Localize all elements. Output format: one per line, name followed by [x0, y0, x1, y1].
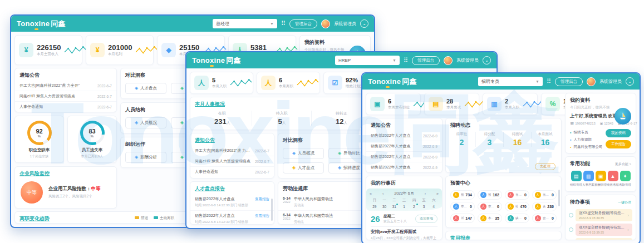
notice-item[interactable]: 同鑫eHR 聚焦人力资源管理痛点 2022-6-7 [190, 156, 274, 167]
notice-item[interactable]: 人事任命通知 2022-6-7 [190, 167, 274, 177]
todo-item[interactable]: 张XX提交财务报销|等待您处理紧急 2022-6-9 15:39:35 › [569, 224, 632, 236]
notice-title[interactable]: 通知公告 [190, 133, 274, 146]
calendar-day[interactable]: 30 [380, 205, 390, 209]
warning-chip[interactable]: 人 当月旷工人员 0 [505, 190, 529, 200]
notice-item[interactable]: 开工大吉|同鑫科技2022"虎 力全开" 2022-6-7 [15, 81, 116, 91]
calendar-day[interactable]: 31 [389, 205, 399, 209]
admin-console-button[interactable]: 管理后台 [289, 19, 317, 28]
warning-chip[interactable]: 人 当月上岗人数 0 [532, 190, 557, 200]
recruit-stage[interactable]: 本月面试16 [531, 132, 559, 147]
more-functions-link[interactable]: 更多功能 > [615, 162, 631, 167]
risk-title[interactable]: 企业风险监控 [15, 167, 116, 179]
quick-function-tile[interactable]: ▲ 绩效考核 [607, 171, 619, 187]
analysis-button[interactable]: ◈人才盘点 [283, 162, 324, 173]
calendar-day[interactable]: 2 [409, 205, 419, 209]
stat-card[interactable]: 人 5 本月入职 [190, 72, 253, 94]
talent-report-item[interactable]: 销售部2022年人才盘点查看报告 时间:2022-6-8 14:22:30 部门… [190, 194, 274, 211]
role-select[interactable]: 招聘专员▼ [478, 77, 543, 86]
talent-report-item[interactable]: 销售部2022年人才盘点查看报告 时间:2022-6-8 14:22:30 部门… [190, 211, 274, 225]
analysis-button[interactable]: ◈人才盘点 [125, 83, 166, 94]
law-item[interactable]: 6-142022 中华人民共和国劳动法劳动法 [278, 211, 367, 225]
recruit-stage[interactable]: 待分配3 [475, 132, 503, 147]
scrollbar[interactable] [271, 199, 273, 221]
collapse-chevron-icon[interactable]: ⌄ [483, 56, 491, 65]
stat-card[interactable]: ▤ 28 本月面试 [424, 93, 479, 115]
legend-item[interactable]: 主动离职 [154, 216, 174, 221]
calendar-day[interactable]: 3 [419, 205, 429, 209]
warning-chip[interactable]: 人 预计当月转正 734 [450, 190, 475, 200]
warning-chip[interactable]: 人 合同未办理人员 236 [532, 202, 557, 211]
warning-value: 0 [552, 193, 554, 197]
user-avatar[interactable] [321, 19, 330, 28]
notice-item[interactable]: 人事任命通知 2022-6-7 [15, 102, 116, 112]
warning-chip[interactable]: 人 本月生日人员 35 [478, 214, 502, 223]
notice-title: 通知公告 [15, 68, 116, 81]
my-profile-button[interactable]: 我的资料 [606, 129, 631, 137]
apps-grid-icon[interactable]: ⠿ [404, 57, 408, 63]
role-select[interactable]: 总经理▼ [213, 19, 277, 28]
warning-chip[interactable]: 人 预计当月离职 162 [478, 190, 502, 200]
talent-report-title[interactable]: 人才盘点报告 [190, 182, 274, 194]
analysis-button[interactable]: ◈人员概况 [283, 148, 324, 159]
collapse-chevron-icon[interactable]: ⌄ [360, 19, 368, 28]
view-report-link[interactable]: 查看报告 [255, 197, 269, 202]
handle-now-button[interactable]: 去处理 [535, 163, 556, 170]
stat-card[interactable]: ▥ 2 本月入职 [483, 93, 538, 115]
todo-checkbox[interactable] [569, 213, 573, 217]
warning-chip[interactable]: 人 社保未办理人员 470 [505, 202, 529, 211]
stat-card[interactable]: ¥ 226150 本月主营收入 [14, 35, 82, 65]
calendar-day[interactable]: 1 [399, 205, 409, 209]
quick-function-tile[interactable]: ▣ 薪酬管理 [594, 171, 607, 187]
legend-item[interactable]: 辞退 [135, 216, 148, 221]
notice-title: 通知公告 [366, 118, 442, 131]
reports-title[interactable]: 常用报表 [446, 231, 561, 240]
admin-console-button[interactable]: 管理后台 [555, 77, 583, 86]
apps-grid-icon[interactable]: ⠿ [281, 21, 286, 27]
calendar-next-year-icon[interactable]: » [436, 192, 439, 196]
warning-chip[interactable]: 人 本月入职人员 0 [450, 202, 475, 211]
calendar-prev-year-icon[interactable]: « [370, 192, 372, 196]
notice-item[interactable]: 销售部2022年人才盘点 2022-6-9 [366, 162, 442, 172]
notice-item[interactable]: 销售部2022年人才盘点 2022-6-9 [366, 141, 442, 152]
calendar-prev-month-icon[interactable]: ‹ [382, 192, 384, 196]
quick-function-tile[interactable]: ✦ 考勤管理 [619, 171, 631, 187]
notice-item[interactable]: 开工大吉|同鑫科技2022"虎 力全开" 2022-6-7 [190, 146, 274, 156]
add-event-button[interactable]: 添加事项 [415, 215, 437, 223]
user-avatar[interactable] [444, 56, 453, 65]
analysis-button[interactable]: ◈薪酬分析 [125, 152, 166, 163]
calendar-event-title[interactable]: 安排java开发工程师面试 [371, 226, 437, 235]
warning-chip[interactable]: 人 试用期将转正 147 [450, 214, 475, 223]
scrollbar[interactable] [558, 190, 560, 206]
profile-avatar[interactable] [614, 108, 631, 125]
admin-console-button[interactable]: 管理后台 [412, 56, 440, 65]
handle-all-link[interactable]: 一键办理 [618, 200, 631, 205]
quick-function-tile[interactable]: ▤ 组织管理 [570, 171, 582, 187]
collapse-chevron-icon[interactable]: ⌄ [626, 77, 634, 86]
warning-chip[interactable]: 人 缺少工资标准人员 0 [505, 214, 529, 223]
work-report-button[interactable]: 工作报告 [606, 140, 631, 148]
role-select[interactable]: HRBP▼ [335, 56, 400, 65]
todo-checkbox[interactable] [569, 227, 573, 232]
warning-chip[interactable]: 人 合同即将到期 0 [532, 214, 557, 223]
notice-item[interactable]: 销售部2022年人才盘点 2022-6-9 [366, 131, 442, 141]
calendar-day[interactable]: 4 [429, 205, 439, 209]
apps-grid-icon[interactable]: ⠿ [547, 78, 551, 85]
stat-card[interactable]: ¥ 201000 本月毛利 [86, 35, 154, 65]
analysis-button[interactable]: ◈人员概况 [125, 117, 166, 128]
calendar-day[interactable]: 29 [370, 205, 380, 209]
calendar-next-month-icon[interactable]: › [425, 192, 426, 196]
recruit-stage[interactable]: 待面试16 [503, 132, 531, 147]
notice-item[interactable]: 销售部2022年人才盘点 2022-6-9 [366, 152, 442, 162]
todo-item[interactable]: 张XX提交财务报销|等待您处理 2022-6-9 15:39:35 › [569, 209, 632, 221]
view-report-link[interactable]: 查看报告 [255, 214, 269, 219]
quick-function-tile[interactable]: ▥ 人事档案 [582, 171, 594, 187]
stat-card[interactable]: ▣ 6 本周发布职位 [366, 93, 421, 115]
todo-item[interactable]: 张XX提交财务报销|等待您处理 2022-6-9 15:39:35 › [569, 238, 632, 240]
recruit-stage[interactable]: 待审批2 [448, 132, 475, 147]
law-item[interactable]: 6-142022 中华人民共和国劳动法劳动法 [278, 194, 367, 211]
warning-icon: 人 [480, 204, 486, 210]
stat-card[interactable]: 人 6 本月离职 [257, 72, 320, 94]
notice-item[interactable]: 同鑫eHR 聚焦人力资源管理痛点 2022-6-7 [15, 91, 116, 102]
warning-chip[interactable]: 人 本月离职人员 0 [478, 202, 502, 211]
user-avatar[interactable] [587, 77, 596, 86]
